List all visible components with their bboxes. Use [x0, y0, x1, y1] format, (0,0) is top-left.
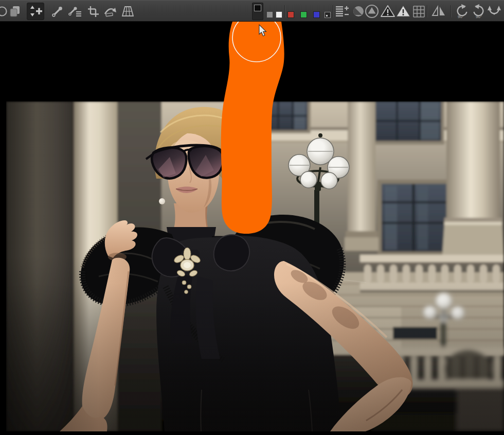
brush-cursor-circle [232, 22, 281, 62]
crop-icon[interactable] [84, 3, 102, 20]
flip-icon[interactable] [430, 3, 447, 20]
green-swatch[interactable] [300, 11, 307, 18]
photo [6, 101, 504, 431]
mask-swatch[interactable] [325, 12, 331, 18]
image-editor-window: 90° 90° [0, 0, 504, 435]
rotate-ccw-90-icon[interactable]: 90° [454, 3, 471, 20]
white-swatch[interactable] [276, 11, 282, 18]
red-swatch[interactable] [287, 11, 294, 18]
toolbar: 90° 90° [0, 0, 504, 21]
blue-swatch[interactable] [313, 11, 320, 18]
divider [284, 5, 285, 18]
divider [427, 5, 427, 18]
grid-icon[interactable] [410, 3, 427, 20]
black-swatch [254, 5, 261, 11]
rotate-ccw-label: 90° [458, 14, 464, 19]
eyedropper-levels-icon[interactable] [67, 3, 84, 20]
circle-triangle-icon[interactable] [363, 3, 381, 20]
rotate-cw-90-icon[interactable]: 90° [470, 3, 487, 20]
keystone-icon[interactable] [119, 3, 136, 20]
straighten-icon[interactable] [101, 3, 119, 20]
eyedropper-icon[interactable] [49, 3, 66, 20]
rotate-180-icon[interactable] [485, 3, 503, 20]
mask-swatch-dot [326, 15, 328, 16]
divider [451, 5, 451, 18]
layers-icon[interactable] [6, 3, 24, 20]
shadow-warning-icon[interactable] [379, 3, 397, 20]
gray-swatch[interactable] [266, 11, 273, 18]
background-black-swatch-button[interactable] [252, 3, 263, 20]
rotate-cw-label: 90° [476, 14, 482, 19]
layer-list-icon[interactable] [333, 3, 351, 20]
image-canvas[interactable] [0, 22, 504, 435]
highlight-warning-icon[interactable] [394, 3, 412, 20]
mouse-pointer [259, 25, 266, 36]
move-tool-button[interactable] [27, 3, 44, 20]
